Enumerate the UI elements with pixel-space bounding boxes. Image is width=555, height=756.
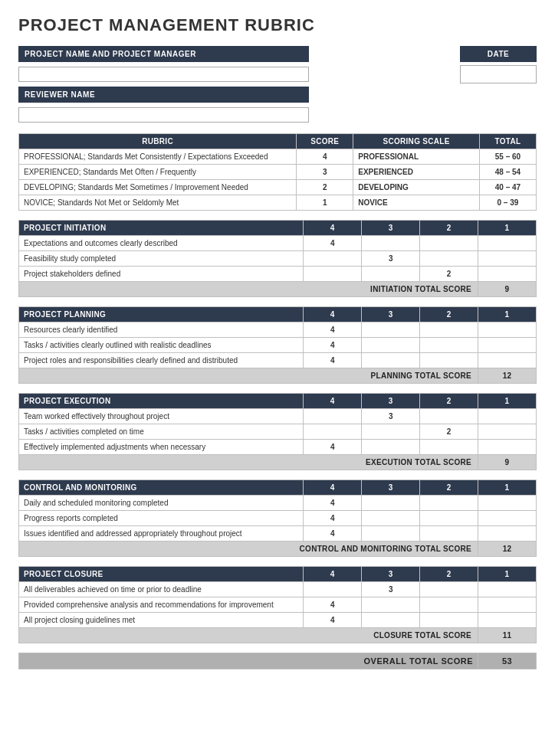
row-col3: 3 [362,582,420,597]
date-label: DATE [460,46,537,62]
scale-range: 55 – 60 [479,149,536,165]
row-col1 [478,597,537,613]
section-header-row: PROJECT EXECUTION 4 3 2 1 [19,394,537,409]
row-col2: 2 [420,424,478,440]
section-total-row: CLOSURE TOTAL SCORE 11 [19,628,537,643]
section-table-0: PROJECT INITIATION 4 3 2 1 Expectations … [18,220,537,297]
total-value: 9 [478,455,537,470]
row-col4: 4 [304,526,362,542]
row-label: Effectively implemented adjustments when… [19,440,304,455]
section-header-row: PROJECT INITIATION 4 3 2 1 [19,221,537,236]
rubric-score: 3 [297,165,353,180]
rubric-score: 1 [297,195,353,211]
row-col2 [420,582,478,597]
row-label: Project roles and responsibilities clear… [19,353,304,368]
row-col3 [362,511,420,526]
section-data-row: Effectively implemented adjustments when… [19,440,537,455]
row-col1 [478,338,537,353]
scale-label: EXPERIENCED [353,165,480,180]
row-col2: 2 [420,267,478,282]
row-label: Daily and scheduled monitoring completed [19,496,304,511]
total-value: 9 [478,282,537,297]
rubric-row: DEVELOPING; Standards Met Sometimes / Im… [19,180,537,195]
total-label: CLOSURE TOTAL SCORE [19,628,478,643]
row-col4 [304,251,362,267]
row-col1 [478,322,537,338]
overall-label: OVERALL TOTAL SCORE [19,653,478,669]
rubric-desc: NOVICE; Standards Not Met or Seldomly Me… [19,195,297,211]
reviewer-input[interactable] [18,107,309,123]
col1-header: 1 [478,307,537,322]
section-table-3: CONTROL AND MONITORING 4 3 2 1 Daily and… [18,479,537,557]
total-value: 11 [478,628,537,643]
section-header-row: PROJECT PLANNING 4 3 2 1 [19,307,537,322]
col4-header: 4 [304,307,362,322]
total-label: CONTROL AND MONITORING TOTAL SCORE [19,542,478,557]
section-name: PROJECT INITIATION [19,221,304,236]
col3-header: 3 [362,394,420,409]
row-col1 [478,511,537,526]
section-total-row: INITIATION TOTAL SCORE 9 [19,282,537,297]
row-col4: 4 [304,440,362,455]
project-name-input[interactable] [18,67,309,82]
total-value: 12 [478,542,537,557]
overall-total-row: OVERALL TOTAL SCORE 53 [19,653,537,669]
row-col2 [420,597,478,613]
row-col1 [478,353,537,368]
row-col4: 4 [304,496,362,511]
page-title: PROJECT MANAGEMENT RUBRIC [18,15,537,35]
row-col1 [478,582,537,597]
row-label: Feasibility study completed [19,251,304,267]
section-data-row: Progress reports completed 4 [19,511,537,526]
row-col4 [304,424,362,440]
row-col2 [420,353,478,368]
row-col2 [420,496,478,511]
row-col1 [478,526,537,542]
row-col3 [362,440,420,455]
row-col2 [420,613,478,628]
col3-header: 3 [362,221,420,236]
section-data-row: Expectations and outcomes clearly descri… [19,236,537,251]
col3-header: 3 [362,567,420,582]
section-name: PROJECT PLANNING [19,307,304,322]
row-label: Team worked effectively throughout proje… [19,409,304,424]
col1-header: 1 [478,567,537,582]
row-col4: 4 [304,613,362,628]
row-col2 [420,322,478,338]
row-col3 [362,338,420,353]
date-input[interactable] [460,65,537,83]
rubric-row: PROFESSIONAL; Standards Met Consistently… [19,149,537,165]
row-col1 [478,267,537,282]
row-label: Resources clearly identified [19,322,304,338]
section-name: PROJECT EXECUTION [19,394,304,409]
row-col1 [478,496,537,511]
section-data-row: All deliverables achieved on time or pri… [19,582,537,597]
top-section: PROJECT NAME and PROJECT MANAGER REVIEWE… [18,46,537,123]
total-label: EXECUTION TOTAL SCORE [19,455,478,470]
col2-header: 2 [420,221,478,236]
section-header-row: PROJECT CLOSURE 4 3 2 1 [19,567,537,582]
project-name-label: PROJECT NAME and PROJECT MANAGER [18,46,309,62]
row-label: Tasks / activities clearly outlined with… [19,338,304,353]
rubric-row: NOVICE; Standards Not Met or Seldomly Me… [19,195,537,211]
top-left-fields: PROJECT NAME and PROJECT MANAGER REVIEWE… [18,46,309,123]
row-col2 [420,511,478,526]
col2-header: 2 [420,480,478,496]
row-col3 [362,267,420,282]
scale-range: 0 – 39 [479,195,536,211]
row-col2 [420,236,478,251]
section-total-row: PLANNING TOTAL SCORE 12 [19,368,537,384]
section-total-row: EXECUTION TOTAL SCORE 9 [19,455,537,470]
col1-header: 1 [478,480,537,496]
overall-table: OVERALL TOTAL SCORE 53 [18,653,537,669]
section-data-row: Feasibility study completed 3 [19,251,537,267]
rubric-score: 2 [297,180,353,195]
row-col4 [304,582,362,597]
col2-header: 2 [420,307,478,322]
rubric-desc: EXPERIENCED; Standards Met Often / Frequ… [19,165,297,180]
row-col3: 3 [362,251,420,267]
col4-header: 4 [304,480,362,496]
col3-header: 3 [362,307,420,322]
row-col1 [478,236,537,251]
scale-header: SCORING SCALE [353,134,480,149]
